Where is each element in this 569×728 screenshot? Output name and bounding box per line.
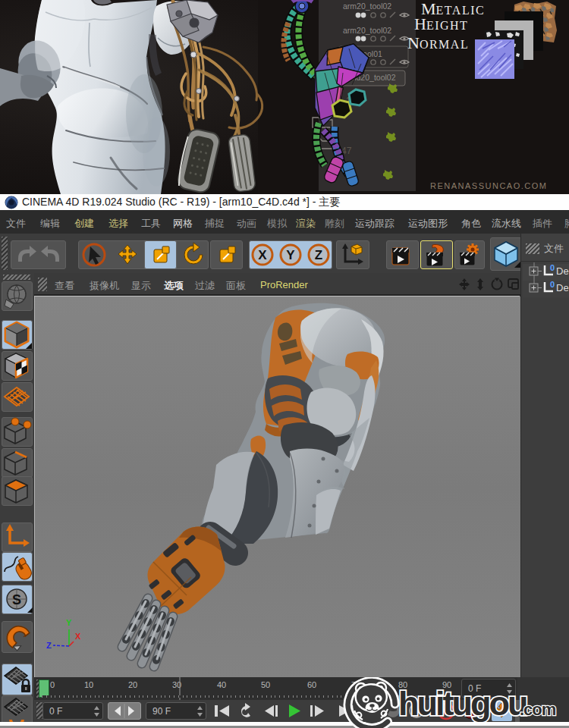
- svg-text:RENANASSUNCAO.COM: RENANASSUNCAO.COM: [430, 181, 547, 190]
- svg-text:Z: Z: [46, 641, 52, 650]
- svg-text:0: 0: [50, 680, 55, 689]
- svg-text:arm20_tool02: arm20_tool02: [343, 26, 391, 35]
- svg-text:S: S: [12, 592, 21, 607]
- svg-text:10: 10: [84, 680, 93, 689]
- svg-text:De: De: [556, 265, 569, 277]
- svg-text:X: X: [258, 248, 267, 262]
- svg-text:20: 20: [128, 680, 137, 689]
- svg-text:Z: Z: [315, 248, 322, 262]
- svg-text:Y: Y: [66, 618, 72, 627]
- svg-text:40: 40: [217, 680, 226, 689]
- svg-text:De: De: [556, 282, 569, 293]
- svg-text:0: 0: [550, 263, 555, 272]
- svg-text:50: 50: [261, 680, 270, 689]
- svg-text:Y: Y: [286, 248, 295, 262]
- svg-text:0: 0: [550, 280, 555, 289]
- svg-text:.com: .com: [520, 700, 556, 719]
- svg-text:arm20_tool02: arm20_tool02: [343, 2, 391, 11]
- svg-text:X: X: [75, 632, 81, 641]
- svg-text:60: 60: [307, 680, 316, 689]
- svg-text:huitugou: huitugou: [398, 684, 527, 723]
